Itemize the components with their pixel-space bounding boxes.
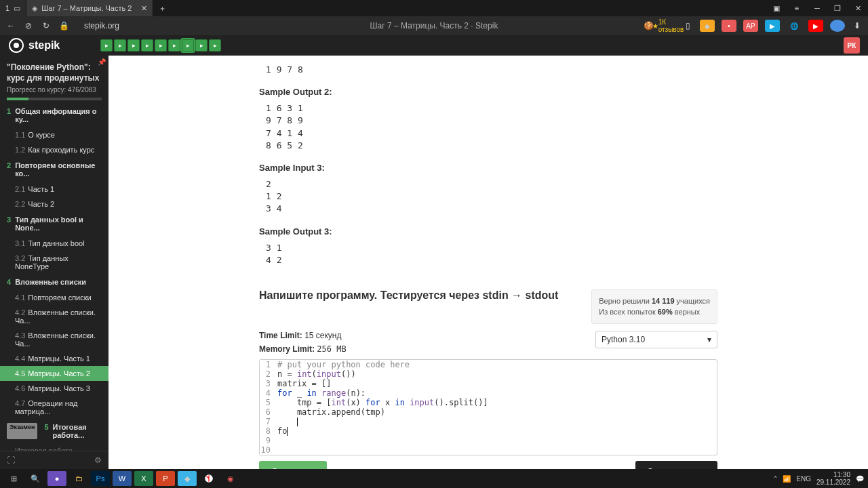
lock-icon: 🔒 xyxy=(58,21,69,30)
windows-taskbar: ⊞ 🔍 ● 🗀 Ps W X P ◆ ◉ ˄ 📶 ENG 11:30 29.11… xyxy=(0,469,868,488)
item-4-1[interactable]: 4.1Повторяем списки xyxy=(0,290,108,305)
minimize-button[interactable]: ─ xyxy=(807,4,827,13)
favicon-icon: ◈ xyxy=(32,4,37,13)
tab-title: Шаг 7 – Матрицы. Часть 2 xyxy=(41,4,132,12)
fullscreen-icon[interactable]: ⛶ xyxy=(7,455,15,465)
item-4-5[interactable]: 4.5Матрицы. Часть 2 xyxy=(0,366,108,381)
url-field[interactable]: stepik.org xyxy=(76,21,636,30)
language-select[interactable]: Python 3.10 ▾ xyxy=(595,331,717,348)
ext-3[interactable]: ▶ xyxy=(765,20,780,32)
browser-tab[interactable]: ◈ Шаг 7 – Матрицы. Часть 2 ✕ xyxy=(26,0,153,16)
item-4-6[interactable]: 4.6Матрицы. Часть 3 xyxy=(0,381,108,396)
file-explorer[interactable]: 🗀 xyxy=(69,471,88,486)
item-3-1[interactable]: 3.1Тип данных bool xyxy=(0,236,108,251)
maximize-button[interactable]: ❐ xyxy=(827,4,848,13)
sample-pre: 1 9 7 8 xyxy=(259,61,717,79)
item-1-2[interactable]: 1.2Как проходить курс xyxy=(0,142,108,157)
ext-yt[interactable]: ▶ xyxy=(808,20,823,32)
item-4-2[interactable]: 4.2Вложенные списки. Ча... xyxy=(0,305,108,328)
section-4[interactable]: 4Вложенные списки xyxy=(0,274,108,290)
pin-icon[interactable]: 📌 xyxy=(98,58,106,66)
network-icon[interactable]: 📶 xyxy=(783,475,791,483)
back-button[interactable]: ← xyxy=(5,21,16,30)
logo-icon xyxy=(8,37,24,54)
item-4-3[interactable]: 4.3Вложенные списки. Ча... xyxy=(0,328,108,351)
downloads-icon[interactable]: ⬇ xyxy=(852,21,863,30)
word[interactable]: W xyxy=(113,471,132,486)
excel[interactable]: X xyxy=(134,471,153,486)
step-2[interactable]: ▸ xyxy=(114,39,126,52)
progress-bar xyxy=(7,98,102,100)
close-tab-icon[interactable]: ✕ xyxy=(141,4,147,13)
step-8[interactable]: ▸ xyxy=(195,39,208,52)
sample-input-3: 2 1 2 3 4 xyxy=(259,176,717,218)
taskbar-app-3[interactable]: ◉ xyxy=(221,471,240,486)
sample-output-2: 1 6 3 1 9 7 8 9 7 4 1 4 8 6 5 2 xyxy=(259,100,717,155)
submit-button[interactable]: Отправить xyxy=(259,461,327,469)
taskbar-app-2[interactable]: ◆ xyxy=(178,471,197,486)
item-2-2[interactable]: 2.2Часть 2 xyxy=(0,197,108,211)
sample-output-2-label: Sample Output 2: xyxy=(259,87,717,97)
step-1[interactable]: ▸ xyxy=(100,39,113,52)
yandex-browser[interactable] xyxy=(199,471,218,486)
item-3-2[interactable]: 3.2Тип данных NoneType xyxy=(0,251,108,274)
step-4[interactable]: ▸ xyxy=(141,39,153,52)
bookmark-icon[interactable]: ▯ xyxy=(682,21,693,30)
tab-icon: ▭ xyxy=(14,4,20,13)
run-code-button[interactable]: Запустить код xyxy=(635,461,717,469)
cursor-icon xyxy=(297,418,298,426)
ext-globe[interactable]: 🌐 xyxy=(787,20,802,32)
reviews-badge[interactable]: ★ 1К отзывов xyxy=(660,20,675,32)
code-editor[interactable]: 1# put your python code here 2n = int(in… xyxy=(259,359,717,455)
search-button[interactable]: 🔍 xyxy=(26,471,45,486)
section-5[interactable]: Экзамен5Итоговая работа... xyxy=(0,419,108,443)
sample-output-3-label: Sample Output 3: xyxy=(259,226,717,237)
menu-icon[interactable]: ≡ xyxy=(787,4,807,13)
ext-blue[interactable] xyxy=(830,20,845,32)
user-avatar[interactable]: РК xyxy=(844,37,860,54)
sample-input-3-label: Sample Input 3: xyxy=(259,163,717,173)
section-2[interactable]: 2Повторяем основные ко... xyxy=(0,157,108,182)
chevron-down-icon: ▾ xyxy=(707,335,711,344)
new-tab-button[interactable]: ＋ xyxy=(153,0,172,16)
settings-icon[interactable]: ⚙ xyxy=(94,455,102,465)
pip-icon[interactable]: ▣ xyxy=(766,4,787,13)
stepik-logo[interactable]: stepik xyxy=(8,37,60,54)
item-1-1[interactable]: 1.1О курсе xyxy=(0,127,108,142)
stats-box: Верно решили 14 119 учащихся Из всех поп… xyxy=(591,289,717,324)
step-7[interactable]: ▸ xyxy=(182,39,194,52)
step-5[interactable]: ▸ xyxy=(155,39,167,52)
content-area[interactable]: 1 9 7 8 Sample Output 2: 1 6 3 1 9 7 8 9… xyxy=(108,56,868,469)
powerpoint[interactable]: P xyxy=(156,471,175,486)
section-3[interactable]: 3Тип данных bool и None... xyxy=(0,211,108,236)
svg-point-1 xyxy=(14,43,19,48)
shield-icon[interactable]: ⊘ xyxy=(23,21,34,30)
system-tray[interactable]: ˄ 📶 ENG 11:30 29.11.2022 💬 xyxy=(774,471,864,486)
item-4-7[interactable]: 4.7Операции над матрица... xyxy=(0,396,108,419)
taskbar-app-1[interactable]: ● xyxy=(47,471,66,486)
address-bar: ← ⊘ ↻ 🔒 stepik.org Шаг 7 – Матрицы. Част… xyxy=(0,16,868,35)
tab-count[interactable]: 1 ▭ xyxy=(0,0,26,16)
clock[interactable]: 11:30 29.11.2022 xyxy=(816,471,850,486)
course-title: "Поколение Python": курс для продвинутых xyxy=(0,56,108,86)
section-1[interactable]: 1Общая информация о ку... xyxy=(0,103,108,127)
step-3[interactable]: ▸ xyxy=(127,39,140,52)
course-sidebar: 📌 "Поколение Python": курс для продвинут… xyxy=(0,56,108,469)
step-9[interactable]: ▸ xyxy=(209,39,221,52)
step-6[interactable]: ▸ xyxy=(168,39,180,52)
start-button[interactable]: ⊞ xyxy=(4,471,23,486)
language-indicator[interactable]: ENG xyxy=(796,475,811,483)
item-2-1[interactable]: 2.1Часть 1 xyxy=(0,182,108,197)
item-4-4[interactable]: 4.4Матрицы. Часть 1 xyxy=(0,351,108,366)
reload-button[interactable]: ↻ xyxy=(41,21,52,30)
ext-ap[interactable]: AP xyxy=(743,20,758,32)
page-title: Шаг 7 – Матрицы. Часть 2 · Stepik xyxy=(370,21,498,30)
stepik-topnav: stepik ▸ ▸ ▸ ▸ ▸ ▸ ▸ ▸ ▸ РК xyxy=(0,35,868,56)
chevron-up-icon[interactable]: ˄ xyxy=(774,475,777,483)
ext-1[interactable]: ◆ xyxy=(700,20,715,32)
photoshop[interactable]: Ps xyxy=(91,471,110,486)
close-button[interactable]: ✕ xyxy=(848,4,868,13)
ext-2[interactable]: • xyxy=(722,20,736,32)
lesson-steps: ▸ ▸ ▸ ▸ ▸ ▸ ▸ ▸ ▸ xyxy=(100,39,221,52)
notifications-icon[interactable]: 💬 xyxy=(856,475,864,483)
